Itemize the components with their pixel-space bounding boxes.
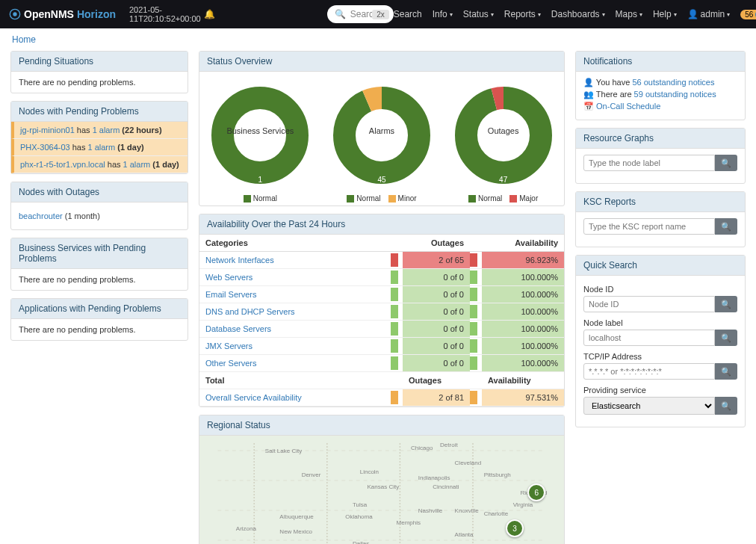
label-nodeid: Node ID <box>583 285 737 294</box>
menu-maps[interactable]: Maps▾ <box>616 9 642 19</box>
global-search[interactable]: 🔍 Search... 2x <box>327 5 394 23</box>
ksc-search-button[interactable]: 🔍 <box>715 218 737 235</box>
category-link[interactable]: DNS and DHCP Servers <box>205 307 295 316</box>
pending-alarm-link[interactable]: 1 alarm <box>123 160 151 169</box>
logo[interactable]: OpenNMS Horizon <box>9 8 116 20</box>
nodelabel-input[interactable] <box>583 330 715 346</box>
search-icon: 🔍 <box>721 401 731 410</box>
svg-point-2 <box>223 98 297 173</box>
service-search-button[interactable]: 🔍 <box>715 397 737 415</box>
map-city-label: Memphis <box>397 519 421 526</box>
nodelabel-search-button[interactable]: 🔍 <box>715 330 737 346</box>
donut-legend: NormalMajor <box>447 194 560 203</box>
resource-node-input[interactable] <box>583 155 715 171</box>
menu-reports[interactable]: Reports▾ <box>504 9 541 19</box>
category-link[interactable]: Email Servers <box>205 290 256 299</box>
th-categories: Categories <box>199 235 391 252</box>
nodeid-search-button[interactable]: 🔍 <box>715 296 737 312</box>
panel-body: There are no pending problems. <box>11 319 188 340</box>
menu-help[interactable]: Help▾ <box>653 9 677 19</box>
user-icon: 👤 <box>687 9 698 19</box>
map-city-label: Salt Lake City <box>265 448 302 454</box>
availability-cell: 100.000% <box>482 303 564 321</box>
oncall-link[interactable]: On-Call Schedule <box>596 102 660 111</box>
menu-status[interactable]: Status▾ <box>463 9 494 19</box>
panel-heading: Availability Over the Past 24 Hours <box>199 214 564 235</box>
panel-heading: Quick Search <box>576 256 745 276</box>
category-link[interactable]: Database Servers <box>205 324 271 333</box>
your-notices-link[interactable]: 56 outstanding notices <box>632 78 714 87</box>
donut-label: Business Services <box>204 126 316 135</box>
th-outages: Outages <box>403 372 470 389</box>
map-city-label: Denver <box>302 472 321 478</box>
panel-heading: Notifications <box>576 52 745 72</box>
availability-cell: 100.000% <box>482 269 564 286</box>
overall-link[interactable]: Overall Service Availability <box>205 393 302 402</box>
caret-icon: ▾ <box>674 11 677 18</box>
pending-node-link[interactable]: jg-rpi-minion01 <box>20 126 75 135</box>
donut-alarms[interactable]: Alarms45NormalMinor <box>326 79 438 203</box>
pending-alarm-link[interactable]: 1 alarm <box>88 143 116 152</box>
tcpip-input[interactable] <box>583 363 715 380</box>
all-notices-link[interactable]: 59 outstanding notices <box>634 90 716 99</box>
donut-count: 47 <box>447 176 560 184</box>
map-city-label: Chicago <box>411 445 433 451</box>
menu-search[interactable]: Search <box>394 9 422 19</box>
svg-point-1 <box>13 12 16 16</box>
caret-icon: ▾ <box>727 11 730 18</box>
avail-total-row: TotalOutagesAvailability <box>199 372 564 389</box>
ksc-input[interactable] <box>583 218 715 235</box>
menu-info[interactable]: Info▾ <box>433 9 453 19</box>
category-link[interactable]: JMX Servers <box>205 341 252 350</box>
map-city-label: Virginia <box>513 501 533 508</box>
search-icon: 🔍 <box>721 333 731 342</box>
donut-outages[interactable]: Outages47NormalMajor <box>447 79 560 203</box>
panel-heading: KSC Reports <box>576 192 745 212</box>
panel-heading: Applications with Pending Problems <box>11 299 188 319</box>
tcpip-search-button[interactable]: 🔍 <box>715 363 737 380</box>
donut-legend: Normal <box>204 194 316 203</box>
donut-label: Outages <box>447 126 560 135</box>
panel-resource-graphs: Resource Graphs 🔍 <box>575 128 746 184</box>
panel-body: There are no pending problems. <box>11 269 188 290</box>
availability-cell: 100.000% <box>482 338 564 355</box>
brand-name-1: OpenNMS <box>24 8 74 20</box>
panel-heading: Resource Graphs <box>576 129 745 149</box>
pending-node-link[interactable]: phx-r1-r5-tor1.vpn.local <box>20 160 105 169</box>
service-select[interactable]: Elasticsearch <box>583 397 715 415</box>
th-outages: Outages <box>403 235 470 252</box>
menu-dashboards[interactable]: Dashboards▾ <box>551 9 605 19</box>
calendar-icon: 📅 <box>583 102 594 111</box>
map-city-label: New Mexico <box>279 528 312 535</box>
outages-cell: 0 of 0 <box>403 355 470 372</box>
outages-cell: 0 of 0 <box>403 321 470 338</box>
label-nodelabel: Node label <box>583 318 737 327</box>
category-link[interactable]: Other Servers <box>205 359 256 368</box>
panel-availability: Availability Over the Past 24 Hours Cate… <box>199 214 565 407</box>
total-label: Total <box>199 372 391 389</box>
th-availability: Availability <box>482 235 564 252</box>
pending-node-link[interactable]: PHX-3064-03 <box>20 143 70 152</box>
menu-user[interactable]: 👤admin▾ <box>687 9 731 19</box>
alert-bell-icon[interactable]: 🔔 <box>204 9 215 19</box>
panel-heading: Pending Situations <box>11 52 188 72</box>
map-city-label: Cleveland <box>455 460 482 466</box>
outage-node-link[interactable]: beachrouter <box>19 211 63 220</box>
opennms-logo-icon <box>9 8 21 20</box>
map-city-label: Arizona <box>236 525 256 532</box>
regional-map[interactable]: Salt Lake CityDenverLincolnKansas CityTu… <box>199 436 564 544</box>
pending-alarm-link[interactable]: 1 alarm <box>93 126 120 135</box>
breadcrumb-home[interactable]: Home <box>12 34 36 45</box>
nodeid-input[interactable] <box>583 296 715 312</box>
category-link[interactable]: Web Servers <box>205 273 252 282</box>
category-link[interactable]: Network Interfaces <box>205 256 274 265</box>
notice-count-pill[interactable]: 563 <box>740 10 756 19</box>
donut-business-services[interactable]: Business Services1Normal <box>204 79 316 203</box>
search-icon: 🔍 <box>721 367 731 376</box>
resource-search-button[interactable]: 🔍 <box>715 155 737 171</box>
label-service: Providing service <box>583 386 737 395</box>
donut-legend: NormalMinor <box>326 194 438 203</box>
breadcrumb: Home <box>0 28 756 51</box>
pending-node-row: phx-r1-r5-tor1.vpn.local has 1 alarm (1 … <box>11 156 188 173</box>
panel-app-pending: Applications with Pending Problems There… <box>10 298 188 341</box>
